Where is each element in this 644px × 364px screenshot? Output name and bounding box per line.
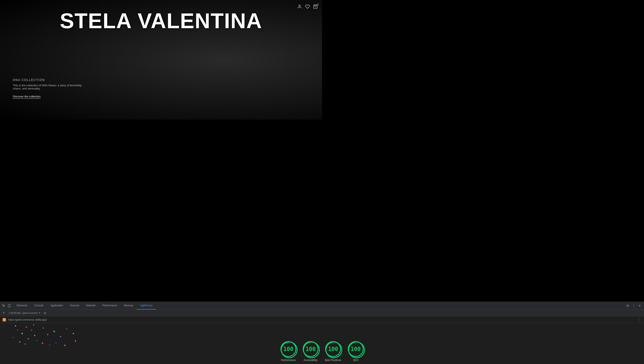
discover-link[interactable]: Discover the collection: [13, 95, 41, 99]
svg-point-0: [299, 5, 300, 6]
collection-info: DNA COLLECTION This is the collection of…: [13, 78, 88, 98]
collection-title: DNA COLLECTION: [13, 78, 88, 82]
collection-description: This is the collection of DNA Shoes: a s…: [13, 84, 88, 90]
cart-badge: 0: [316, 3, 319, 6]
user-icon[interactable]: [297, 4, 302, 10]
nav-icons: 0: [297, 4, 318, 10]
cart-icon[interactable]: 0: [313, 4, 318, 10]
hero-title: STELA VALENTINA: [60, 8, 262, 33]
website-preview: 0 STELA VALENTINA DNA COLLECTION This is…: [0, 0, 322, 120]
wishlist-icon[interactable]: [305, 4, 310, 10]
